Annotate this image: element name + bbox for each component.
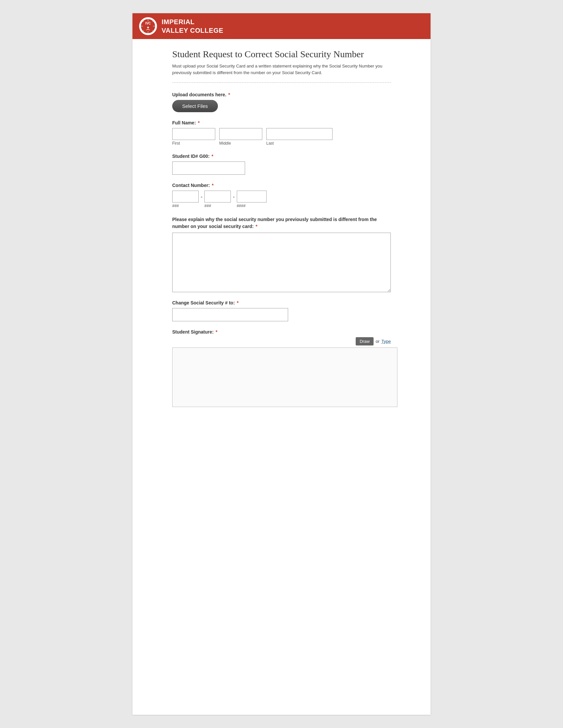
phone-dash-2: - (231, 191, 236, 200)
signature-controls: Draw or Type (172, 337, 391, 345)
section-divider (172, 82, 391, 83)
phone-dash-1: - (199, 191, 204, 200)
upload-section: Upload documents here. * Select Files (172, 92, 391, 112)
explain-label: Please explain why the social security n… (172, 216, 391, 230)
signature-label: Student Signature: * (172, 329, 391, 335)
phone-mid-sublabel: ### (204, 204, 231, 208)
signature-section: Student Signature: * Draw or Type (172, 329, 391, 407)
last-name-group: Last (266, 128, 333, 146)
phone-area-sublabel: ### (172, 204, 199, 208)
phone-last4-group: #### (237, 191, 266, 208)
page-header: IVC IMPERIAL VALLEY COLLEGE (132, 13, 431, 39)
phone-area-group: ### (172, 191, 199, 208)
signature-canvas-area[interactable] (172, 347, 398, 407)
first-name-sublabel: First (172, 141, 215, 146)
page-title: Student Request to Correct Social Securi… (172, 49, 391, 60)
contact-number-label: Contact Number: * (172, 183, 391, 188)
phone-fields-container: ### - ### - #### (172, 191, 391, 208)
required-indicator: * (227, 92, 230, 97)
required-indicator: * (210, 154, 213, 159)
required-indicator: * (254, 224, 257, 229)
college-logo: IVC (139, 17, 157, 35)
phone-area-input[interactable] (172, 191, 199, 203)
required-indicator: * (214, 329, 217, 335)
select-files-button[interactable]: Select Files (172, 100, 218, 112)
last-name-sublabel: Last (266, 141, 333, 146)
name-fields-container: First Middle Last (172, 128, 391, 146)
phone-mid-input[interactable] (204, 191, 231, 203)
svg-point-10 (147, 27, 149, 28)
student-id-label: Student ID# G00: * (172, 154, 391, 159)
ssn-change-section: Change Social Security # to: * (172, 300, 391, 321)
svg-text:IVC: IVC (145, 22, 151, 25)
explain-section: Please explain why the social security n… (172, 216, 391, 292)
explain-textarea[interactable] (172, 233, 391, 292)
first-name-group: First (172, 128, 215, 146)
last-name-input[interactable] (266, 128, 333, 140)
full-name-label: Full Name: * (172, 120, 391, 125)
type-button[interactable]: Type (382, 339, 391, 344)
page-subtitle: Must upload your Social Security Card an… (172, 63, 391, 76)
phone-mid-group: ### (204, 191, 231, 208)
or-text: or (376, 339, 380, 344)
required-indicator: * (211, 183, 213, 188)
ssn-change-input[interactable] (172, 308, 288, 321)
full-name-section: Full Name: * First Middle Last (172, 120, 391, 146)
first-name-input[interactable] (172, 128, 215, 140)
contact-number-section: Contact Number: * ### - ### - #### (172, 183, 391, 208)
middle-name-group: Middle (219, 128, 262, 146)
phone-last4-input[interactable] (237, 191, 266, 203)
phone-last4-sublabel: #### (237, 204, 266, 208)
ssn-change-label: Change Social Security # to: * (172, 300, 391, 305)
student-id-input[interactable] (172, 161, 245, 175)
required-indicator: * (197, 120, 200, 125)
draw-button[interactable]: Draw (356, 337, 374, 345)
student-id-section: Student ID# G00: * (172, 154, 391, 175)
college-name: IMPERIAL VALLEY COLLEGE (162, 18, 223, 35)
middle-name-input[interactable] (219, 128, 262, 140)
required-indicator: * (235, 300, 238, 305)
middle-name-sublabel: Middle (219, 141, 262, 146)
upload-label: Upload documents here. * (172, 92, 391, 97)
